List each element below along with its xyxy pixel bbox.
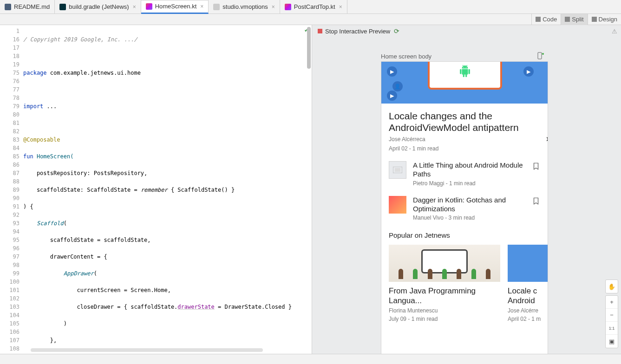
pan-hand-icon[interactable]: ✋ [606, 280, 618, 293]
close-icon[interactable]: × [200, 3, 203, 10]
close-icon[interactable]: × [339, 4, 342, 10]
popular-horizontal-list[interactable]: From Java Programming Langua... Florina … [381, 241, 548, 326]
tab-readme[interactable]: README.md [0, 0, 55, 14]
main-split: 1161718197576777879808182838485868788899… [0, 25, 621, 354]
preview-pane: Stop Interactive Preview ⟳ ⚠ Home screen… [312, 25, 621, 354]
stop-icon[interactable] [318, 29, 322, 33]
kotlin-icon [146, 3, 152, 10]
zoom-actual-button[interactable]: 1:1 [606, 322, 618, 335]
editor-tab-bar: README.md build.gradle (JetNews)× HomeSc… [0, 0, 621, 14]
article-list-item[interactable]: A Little Thing about Android Module Path… [381, 156, 548, 191]
tab-build-gradle[interactable]: build.gradle (JetNews)× [55, 0, 141, 14]
preview-toolbar: Stop Interactive Preview ⟳ ⚠ [312, 25, 621, 37]
card-byline: Florina Muntenescu [389, 307, 500, 314]
code-area[interactable]: / Copyright 2019 Google, Inc. .../ packa… [23, 25, 312, 354]
markdown-icon [5, 4, 11, 10]
zoom-out-button[interactable]: − [606, 309, 618, 322]
article-title: Locale changes and the AndroidViewModel … [389, 110, 540, 133]
refresh-icon[interactable]: ⟳ [394, 27, 399, 35]
zoom-controls: + − 1:1 ▣ [605, 295, 618, 348]
view-mode-bar: Code Split Design [0, 14, 621, 25]
bookmark-icon[interactable] [532, 197, 540, 205]
kotlin-icon [285, 4, 291, 10]
android-icon [458, 65, 471, 77]
tab-postcardtop[interactable]: PostCardTop.kt× [280, 0, 347, 14]
article-byline: Jose Alcérreca [389, 136, 540, 143]
tab-label: studio.vmoptions [222, 3, 268, 10]
svg-rect-0 [538, 52, 542, 59]
article-meta: April 02-1 min read [389, 145, 540, 152]
text-file-icon [213, 4, 220, 10]
tab-vmoptions[interactable]: studio.vmoptions× [209, 0, 280, 14]
article-thumb [389, 196, 406, 214]
code-icon [536, 17, 541, 22]
design-icon [592, 17, 597, 22]
line-gutter: 1161718197576777879808182838485868788899… [0, 25, 23, 354]
tab-homescreen[interactable]: HomeScreen.kt× [141, 0, 209, 14]
viewmode-design[interactable]: Design [588, 14, 621, 25]
article-title: A Little Thing about Android Module Path… [413, 161, 528, 179]
tab-label: README.md [14, 3, 50, 10]
hero-chip-icon: ▶ [387, 66, 397, 77]
section-heading: Popular on Jetnews [381, 226, 548, 241]
card-meta: April 02 - 1 m [508, 316, 548, 322]
editor-pane: 1161718197576777879808182838485868788899… [0, 25, 312, 354]
svg-rect-3 [395, 168, 400, 172]
gradle-icon [59, 4, 66, 10]
viewmode-split[interactable]: Split [561, 14, 587, 25]
tab-label: HomeScreen.kt [155, 3, 197, 10]
hero-phone-illustration [428, 62, 502, 90]
split-icon [565, 17, 570, 22]
card-byline: Jose Alcérre [508, 307, 548, 314]
mouse-cursor-icon: ➤ [546, 135, 548, 143]
popular-card[interactable]: Locale c Android Jose Alcérre April 02 -… [508, 245, 548, 322]
close-icon[interactable]: × [272, 4, 275, 10]
hero-image: ▶ 👤 ▶ ▶ [381, 62, 548, 104]
status-bar [0, 354, 621, 364]
card-meta: July 09 - 1 min read [389, 316, 500, 322]
card-title: From Java Programming Langua... [389, 286, 500, 306]
preview-device[interactable]: ▶ 👤 ▶ ▶ Locale changes and the AndroidVi… [381, 61, 548, 354]
featured-article[interactable]: Locale changes and the AndroidViewModel … [381, 104, 548, 156]
hero-chip-icon: 👤 [392, 81, 403, 91]
article-title: Dagger in Kotlin: Gotchas and Optimizati… [413, 196, 528, 214]
tab-label: build.gradle (JetNews) [69, 3, 129, 10]
article-byline: Pietro Maggi - 1 min read [413, 180, 528, 187]
close-icon[interactable]: × [133, 4, 136, 10]
viewmode-code[interactable]: Code [531, 14, 561, 25]
card-title: Locale c Android [508, 286, 548, 306]
article-thumb [389, 161, 406, 179]
bookmark-icon[interactable] [532, 162, 540, 170]
card-image [508, 245, 548, 282]
article-list-item[interactable]: Dagger in Kotlin: Gotchas and Optimizati… [381, 191, 548, 226]
hero-chip-icon: ▶ [523, 66, 534, 77]
device-icon[interactable] [537, 52, 544, 61]
editor-horizontal-scrollbar[interactable] [31, 348, 263, 353]
zoom-fit-button[interactable]: ▣ [606, 335, 618, 348]
zoom-in-button[interactable]: + [606, 296, 618, 309]
svg-point-1 [542, 53, 544, 55]
pan-tool[interactable]: ✋ [605, 280, 618, 293]
hero-chip-icon: ▶ [387, 91, 397, 101]
article-byline: Manuel Vivo - 3 min read [413, 214, 528, 221]
card-image [389, 245, 500, 282]
tab-label: PostCardTop.kt [294, 3, 335, 10]
stop-interactive-label[interactable]: Stop Interactive Preview [325, 28, 390, 35]
preview-title: Home screen body [381, 53, 431, 60]
warning-icon[interactable]: ⚠ [612, 28, 617, 35]
popular-card[interactable]: From Java Programming Langua... Florina … [389, 245, 500, 322]
editor-vertical-scrollbar[interactable] [306, 25, 312, 354]
